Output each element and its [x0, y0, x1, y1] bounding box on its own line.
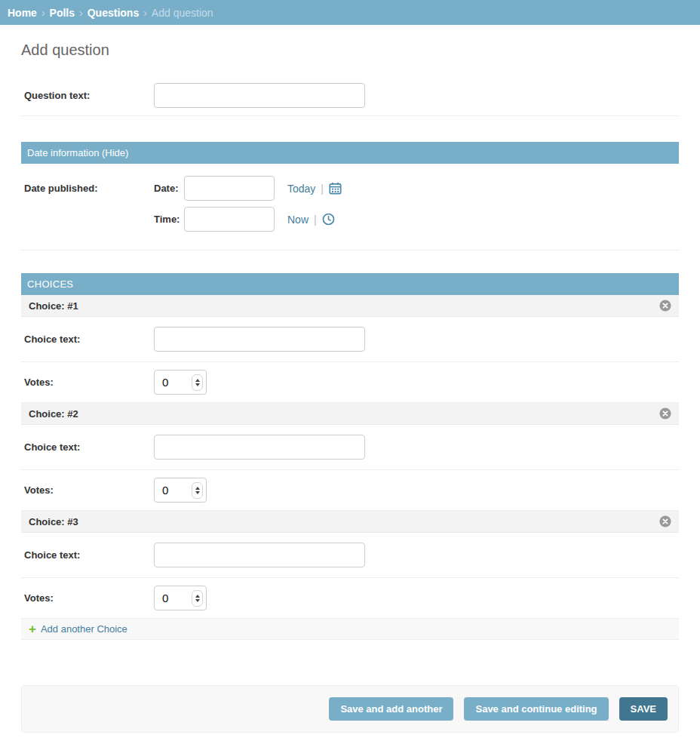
time-label: Time:: [154, 214, 184, 225]
delete-choice-icon[interactable]: [659, 515, 671, 527]
breadcrumb-separator: ›: [143, 7, 147, 19]
stepper-down-icon[interactable]: [195, 599, 200, 602]
choice-2-header-row: Choice: #2: [21, 403, 679, 425]
breadcrumb-link-questions[interactable]: Questions: [88, 7, 139, 19]
date-sub-row: Date: Today |: [154, 176, 342, 201]
date-input[interactable]: [184, 176, 275, 201]
choice-inline-1: Choice: #1 Choice text: Votes:: [21, 295, 679, 403]
choice-1-text-input[interactable]: [154, 327, 365, 352]
plus-icon: +: [29, 624, 36, 634]
save-and-add-another-button[interactable]: Save and add another: [329, 697, 453, 721]
choice-1-votes-row: Votes:: [21, 362, 679, 403]
question-text-input[interactable]: [154, 83, 365, 108]
votes-label: Votes:: [24, 592, 154, 604]
votes-stepper[interactable]: [192, 590, 203, 607]
votes-label: Votes:: [24, 377, 154, 389]
choice-3-text-input[interactable]: [154, 543, 365, 567]
choices-module: CHOICES Choice: #1 Choice text: Votes:: [21, 273, 679, 640]
shortcut-pipe: |: [321, 183, 324, 195]
breadcrumb-current: Add question: [152, 7, 213, 19]
choice-2-text-input[interactable]: [154, 435, 365, 460]
stepper-up-icon[interactable]: [195, 595, 200, 598]
votes-stepper[interactable]: [192, 374, 203, 391]
choice-3-title: Choice: #3: [29, 516, 78, 527]
date-published-label: Date published:: [24, 176, 154, 195]
calendar-icon[interactable]: [329, 182, 342, 195]
page-title: Add question: [21, 42, 679, 59]
delete-choice-icon[interactable]: [659, 300, 671, 312]
datetime-fields: Date: Today |: [154, 176, 342, 232]
breadcrumb-link-polls[interactable]: Polls: [50, 7, 75, 19]
choice-3-header-row: Choice: #3: [21, 511, 679, 533]
choices-header: CHOICES: [21, 273, 679, 295]
add-another-choice-link[interactable]: Add another Choice: [41, 623, 127, 635]
delete-choice-icon[interactable]: [659, 407, 671, 420]
time-sub-row: Time: Now |: [154, 207, 342, 232]
breadcrumb-separator: ›: [41, 7, 45, 19]
date-information-header[interactable]: Date information (Hide): [21, 142, 679, 164]
stepper-down-icon[interactable]: [195, 383, 200, 386]
votes-stepper[interactable]: [192, 482, 203, 499]
choice-2-text-row: Choice text:: [21, 425, 679, 470]
choice-inline-3: Choice: #3 Choice text: Votes:: [21, 511, 679, 619]
clock-icon[interactable]: [322, 213, 335, 226]
choice-inline-2: Choice: #2 Choice text: Votes:: [21, 403, 679, 511]
save-and-continue-editing-button[interactable]: Save and continue editing: [464, 697, 608, 721]
choice-2-votes-row: Votes:: [21, 470, 679, 511]
breadcrumb-link-home[interactable]: Home: [8, 7, 37, 19]
breadcrumb: Home › Polls › Questions › Add question: [0, 0, 700, 25]
content-area: Add question Question text: Date informa…: [0, 25, 700, 733]
date-information-module: Date information (Hide) Date published: …: [21, 142, 679, 251]
now-link[interactable]: Now: [287, 214, 309, 226]
date-published-row: Date published: Date: Today |: [21, 164, 679, 251]
stepper-up-icon[interactable]: [195, 487, 200, 490]
submit-row: Save and add another Save and continue e…: [21, 685, 679, 733]
choice-3-votes-row: Votes:: [21, 578, 679, 619]
shortcut-pipe: |: [314, 214, 317, 226]
question-text-module: Question text:: [21, 75, 679, 116]
breadcrumb-separator: ›: [79, 7, 83, 19]
choice-1-text-row: Choice text:: [21, 317, 679, 362]
date-label: Date:: [154, 183, 184, 194]
question-text-label: Question text:: [24, 90, 154, 102]
add-another-choice-row: + Add another Choice: [21, 619, 679, 640]
question-text-row: Question text:: [21, 75, 679, 116]
choice-text-label: Choice text:: [24, 334, 154, 346]
votes-label: Votes:: [24, 484, 154, 497]
choice-text-label: Choice text:: [24, 441, 154, 454]
stepper-up-icon[interactable]: [195, 379, 200, 382]
time-input[interactable]: [184, 207, 275, 232]
choice-2-title: Choice: #2: [29, 408, 78, 420]
choice-1-header-row: Choice: #1: [21, 295, 679, 317]
choice-text-label: Choice text:: [24, 549, 154, 561]
stepper-down-icon[interactable]: [195, 491, 200, 494]
choice-3-text-row: Choice text:: [21, 533, 679, 578]
choice-1-title: Choice: #1: [29, 300, 78, 312]
save-button[interactable]: SAVE: [619, 697, 668, 721]
today-link[interactable]: Today: [287, 183, 315, 195]
